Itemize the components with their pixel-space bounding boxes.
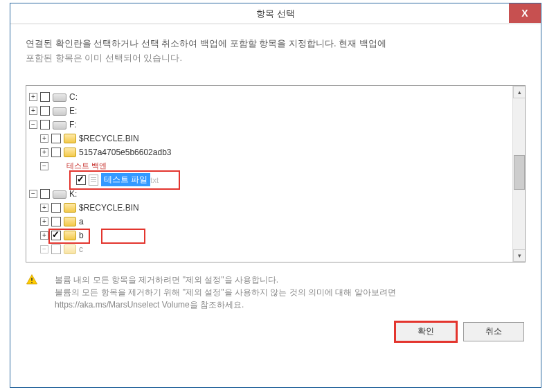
expand-icon[interactable]: + (29, 107, 37, 115)
drive-label: F: (69, 120, 77, 130)
folder-icon (64, 231, 76, 240)
footer-text: 볼륨 내의 모든 항목을 제거하려면 "제외 설정"을 사용합니다. 볼륨의 모… (55, 274, 526, 311)
scroll-thumb[interactable] (514, 155, 525, 190)
file-ext: txt (150, 176, 159, 184)
drive-icon (53, 107, 66, 116)
folder-icon (64, 134, 76, 143)
checkbox-drive-f[interactable] (40, 120, 50, 130)
drive-icon (53, 93, 66, 102)
expand-icon[interactable]: + (29, 93, 37, 101)
scroll-down-icon[interactable]: ▾ (513, 249, 526, 262)
checkbox-recycle2[interactable] (51, 203, 61, 213)
tree-view[interactable]: + C: + E: − F: (26, 86, 512, 262)
drive-icon (53, 121, 66, 130)
expand-icon[interactable]: + (40, 204, 48, 212)
tree-row-recycle2[interactable]: + $RECYCLE.BIN (29, 201, 510, 215)
drive-label: C: (69, 92, 78, 102)
dialog-window: 항목 선택 X 연결된 확인란을 선택하거나 선택 취소하여 백업에 포함할 항… (10, 3, 541, 388)
folder-label-test-backup: 테스트 백엔 (66, 161, 107, 171)
file-label-selected: 테스트 파일 (101, 173, 150, 186)
footer-line2: 볼륨의 모든 항목을 제거하기 위해 "제외 설정"을 사용하지 않는 것의 의… (55, 286, 526, 299)
drive-icon (53, 190, 66, 199)
tree-row-folder-c[interactable]: − c (29, 242, 510, 256)
checkbox-folder-c[interactable] (51, 244, 61, 254)
tree-row-test-file[interactable]: 테스트 파일 txt (29, 173, 510, 187)
folder-label: 5157a4705e5b6602adb3 (79, 148, 171, 157)
svg-rect-1 (31, 282, 33, 283)
expand-icon[interactable]: + (40, 217, 48, 226)
tree-row-drive-e[interactable]: + E: (29, 104, 510, 118)
tree-row-recycle1[interactable]: + $RECYCLE.BIN (29, 132, 510, 145)
scroll-up-icon[interactable]: ▴ (513, 86, 526, 98)
folder-label: $RECYCLE.BIN (79, 134, 139, 143)
expand-icon[interactable]: + (40, 134, 48, 143)
checkbox-guid[interactable] (51, 148, 61, 157)
tree-row-drive-f[interactable]: − F: (29, 118, 510, 132)
folder-label: b (79, 231, 84, 240)
collapse-icon[interactable]: − (40, 162, 48, 170)
folder-label: c (79, 244, 83, 254)
window-title: 항목 선택 (256, 8, 295, 20)
svg-rect-0 (31, 278, 33, 281)
description-text: 연결된 확인란을 선택하거나 선택 취소하여 백업에 포함할 항목을 지정합니다… (26, 37, 526, 66)
close-icon: X (521, 8, 528, 19)
checkbox-folder-a[interactable] (51, 217, 61, 226)
description-line1: 연결된 확인란을 선택하거나 선택 취소하여 백업에 포함할 항목을 지정합니다… (26, 37, 526, 51)
checkbox-drive-e[interactable] (40, 106, 50, 116)
collapse-icon[interactable]: − (40, 245, 48, 253)
close-button[interactable]: X (509, 3, 541, 23)
checkbox-drive-k[interactable] (40, 189, 50, 199)
folder-label: $RECYCLE.BIN (79, 203, 139, 213)
file-icon (89, 175, 98, 186)
tree-panel: + C: + E: − F: (26, 85, 526, 262)
tree-row-guid[interactable]: + 5157a4705e5b6602adb3 (29, 145, 510, 159)
folder-icon (64, 217, 76, 226)
tree-row-folder-b[interactable]: + b (29, 229, 510, 242)
tree-row-folder-a[interactable]: + a (29, 215, 510, 229)
tree-row-drive-k[interactable]: − K: (29, 187, 510, 201)
description-line2: 포함된 항목은 이미 선택되어 있습니다. (26, 51, 526, 66)
footer-area: 볼륨 내의 모든 항목을 제거하려면 "제외 설정"을 사용합니다. 볼륨의 모… (10, 269, 541, 341)
footer-line1: 볼륨 내의 모든 항목을 제거하려면 "제외 설정"을 사용합니다. (55, 274, 526, 286)
warning-icon (26, 274, 38, 286)
footer-line3: https://aka.ms/MarsUnselect Volume을 참조하세… (55, 299, 526, 311)
collapse-icon[interactable]: − (29, 190, 37, 198)
drive-label: E: (69, 106, 77, 116)
folder-icon (64, 203, 76, 213)
checkbox-recycle1[interactable] (51, 134, 61, 143)
vertical-scrollbar[interactable]: ▴ ▾ (512, 86, 525, 262)
checkbox-folder-b[interactable] (51, 231, 61, 240)
tree-row-test-backup[interactable]: − 테스트 백엔 (29, 159, 510, 173)
checkbox-test-file[interactable] (76, 175, 86, 185)
collapse-icon[interactable]: − (29, 121, 37, 129)
titlebar: 항목 선택 X (10, 3, 541, 24)
folder-icon (64, 244, 76, 254)
expand-icon[interactable]: + (40, 148, 48, 157)
cancel-button[interactable]: 취소 (463, 322, 524, 341)
folder-icon (64, 148, 76, 157)
button-row: 확인 취소 (26, 322, 526, 341)
expand-icon[interactable]: + (40, 231, 48, 240)
checkbox-drive-c[interactable] (40, 92, 50, 102)
drive-label: K: (69, 189, 77, 199)
tree-row-drive-c[interactable]: + C: (29, 90, 510, 104)
folder-label: a (79, 217, 84, 226)
ok-button[interactable]: 확인 (395, 322, 456, 341)
content-area: 연결된 확인란을 선택하거나 선택 취소하여 백업에 포함할 항목을 지정합니다… (10, 24, 541, 269)
